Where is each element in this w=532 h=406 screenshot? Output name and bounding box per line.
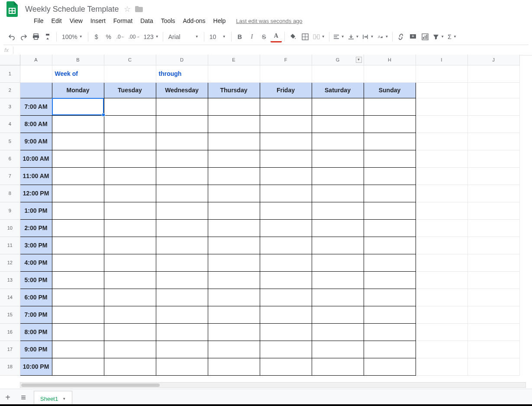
cell-D8[interactable]: [156, 185, 208, 202]
strikethrough-icon[interactable]: S: [258, 31, 270, 42]
cell-F7[interactable]: [260, 167, 312, 185]
cell-G16[interactable]: [312, 323, 364, 341]
cell-E5[interactable]: [208, 133, 260, 150]
cell-I5[interactable]: [416, 133, 468, 150]
cell-D11[interactable]: [156, 237, 208, 254]
cell-E1[interactable]: [208, 65, 260, 82]
cell-J12[interactable]: [468, 254, 519, 271]
cell-J10[interactable]: [468, 219, 519, 237]
cell-A8[interactable]: 12:00 PM: [20, 185, 52, 202]
cell-J5[interactable]: [468, 133, 519, 150]
cell-J9[interactable]: [468, 202, 519, 219]
all-sheets-icon[interactable]: ≡: [16, 390, 31, 406]
cell-D14[interactable]: [156, 289, 208, 306]
cell-B12[interactable]: [52, 254, 104, 271]
cell-A12[interactable]: 4:00 PM: [20, 254, 52, 271]
insert-chart-icon[interactable]: [419, 31, 431, 42]
cell-B16[interactable]: [52, 323, 104, 341]
row-header-16[interactable]: 16: [0, 323, 20, 341]
text-color-icon[interactable]: A: [271, 31, 282, 42]
col-header-G[interactable]: G▼: [312, 55, 364, 65]
row-header-1[interactable]: 1: [0, 65, 20, 82]
cell-E18[interactable]: [208, 358, 260, 375]
menu-data[interactable]: Data: [137, 16, 157, 26]
merge-cells-icon[interactable]: ▼: [312, 31, 326, 42]
more-formats-select[interactable]: 123▼: [142, 31, 160, 42]
cell-J11[interactable]: [468, 237, 519, 254]
cell-H7[interactable]: [364, 167, 416, 185]
cell-A1[interactable]: [20, 65, 52, 82]
cell-H13[interactable]: [364, 271, 416, 289]
cell-C6[interactable]: [104, 150, 156, 167]
cell-G14[interactable]: [312, 289, 364, 306]
cell-A10[interactable]: 2:00 PM: [20, 219, 52, 237]
star-icon[interactable]: ☆: [124, 4, 131, 14]
cell-G17[interactable]: [312, 341, 364, 358]
cell-F17[interactable]: [260, 341, 312, 358]
cell-A13[interactable]: 5:00 PM: [20, 271, 52, 289]
cell-H16[interactable]: [364, 323, 416, 341]
cell-D18[interactable]: [156, 358, 208, 375]
cell-H18[interactable]: [364, 358, 416, 375]
insert-link-icon[interactable]: [395, 31, 406, 42]
cell-E11[interactable]: [208, 237, 260, 254]
menu-insert[interactable]: Insert: [87, 16, 109, 26]
cell-J7[interactable]: [468, 167, 519, 185]
zoom-select[interactable]: 100%▼: [59, 31, 85, 42]
last-edit-link[interactable]: Last edit was seconds ago: [236, 18, 302, 24]
cell-I4[interactable]: [416, 115, 468, 133]
paint-format-icon[interactable]: [42, 31, 54, 42]
select-all-corner[interactable]: [0, 55, 20, 65]
cell-C11[interactable]: [104, 237, 156, 254]
menu-addons[interactable]: Add-ons: [179, 16, 209, 26]
cell-E16[interactable]: [208, 323, 260, 341]
col-header-A[interactable]: A: [20, 55, 52, 65]
cell-B5[interactable]: [52, 133, 104, 150]
cell-D3[interactable]: [156, 98, 208, 115]
cell-B11[interactable]: [52, 237, 104, 254]
cell-B3[interactable]: [52, 98, 104, 115]
percent-icon[interactable]: %: [103, 31, 114, 42]
filter-icon[interactable]: ▼: [432, 31, 445, 42]
col-header-H[interactable]: H: [364, 55, 416, 65]
cell-C5[interactable]: [104, 133, 156, 150]
cell-I7[interactable]: [416, 167, 468, 185]
cell-J4[interactable]: [468, 115, 519, 133]
cell-F8[interactable]: [260, 185, 312, 202]
cell-A6[interactable]: 10:00 AM: [20, 150, 52, 167]
cell-E6[interactable]: [208, 150, 260, 167]
cell-C3[interactable]: [104, 98, 156, 115]
row-header-18[interactable]: 18: [0, 358, 20, 375]
cell-A18[interactable]: 10:00 PM: [20, 358, 52, 375]
cell-H2[interactable]: Sunday: [364, 82, 416, 98]
cell-E13[interactable]: [208, 271, 260, 289]
col-header-J[interactable]: J: [468, 55, 519, 65]
col-header-I[interactable]: I: [416, 55, 468, 65]
currency-icon[interactable]: $: [91, 31, 102, 42]
cell-E17[interactable]: [208, 341, 260, 358]
redo-icon[interactable]: [18, 31, 29, 42]
cell-C10[interactable]: [104, 219, 156, 237]
cell-I12[interactable]: [416, 254, 468, 271]
col-header-C[interactable]: C: [104, 55, 156, 65]
cell-D13[interactable]: [156, 271, 208, 289]
column-dropdown-icon[interactable]: ▼: [356, 57, 362, 63]
cell-E2[interactable]: Thursday: [208, 82, 260, 98]
cell-B1[interactable]: Week of: [52, 65, 104, 82]
cell-C17[interactable]: [104, 341, 156, 358]
spreadsheet-grid[interactable]: A B C D E F G▼ H I J 1 Week of through 2…: [0, 55, 520, 376]
cell-A4[interactable]: 8:00 AM: [20, 115, 52, 133]
sheets-logo-icon[interactable]: [3, 0, 21, 18]
row-header-15[interactable]: 15: [0, 306, 20, 323]
menu-file[interactable]: File: [30, 16, 47, 26]
cell-C14[interactable]: [104, 289, 156, 306]
row-header-17[interactable]: 17: [0, 341, 20, 358]
cell-G3[interactable]: [312, 98, 364, 115]
cell-A7[interactable]: 11:00 AM: [20, 167, 52, 185]
italic-icon[interactable]: I: [246, 31, 258, 42]
cell-D12[interactable]: [156, 254, 208, 271]
cell-G15[interactable]: [312, 306, 364, 323]
cell-E4[interactable]: [208, 115, 260, 133]
cell-F14[interactable]: [260, 289, 312, 306]
cell-I3[interactable]: [416, 98, 468, 115]
